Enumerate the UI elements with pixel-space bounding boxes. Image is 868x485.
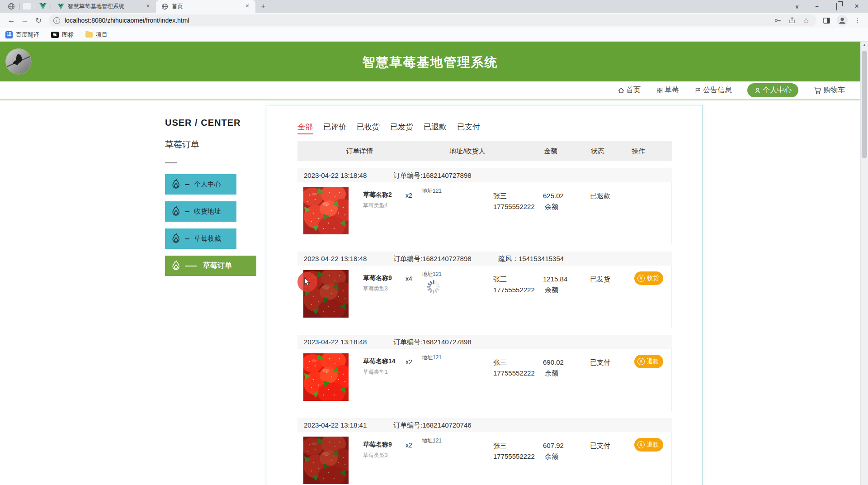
forward-button[interactable]: → <box>18 16 32 25</box>
reload-button[interactable]: ↻ <box>32 16 45 25</box>
pinned-tab-globe[interactable] <box>5 0 18 13</box>
recipient-phone: 17755552222 <box>493 369 535 377</box>
col-status: 状态 <box>591 141 604 161</box>
tab-separator <box>19 3 19 10</box>
key-icon[interactable] <box>774 17 781 24</box>
tab-separator <box>35 3 35 10</box>
order-body: 草莓名称14 草莓类型1 x2 地址121 张三 17755552222 690… <box>297 349 672 411</box>
dash-decor <box>185 211 189 212</box>
bookmark-star-icon[interactable]: ☆ <box>803 16 809 25</box>
tab-title: 首页 <box>172 3 240 10</box>
order-amount: 690.02 <box>543 358 564 366</box>
dash-decor <box>185 238 189 239</box>
filter-tab-refunded[interactable]: 已退款 <box>424 122 447 134</box>
sidebar-item-user-center[interactable]: 个人中心 <box>165 174 236 195</box>
home-icon <box>618 87 625 94</box>
order-number: 订单编号:1682140727898 <box>393 168 472 182</box>
order-row-2: 2023-04-22 13:18:48 订单编号:1682140727898 疏… <box>297 252 672 328</box>
product-image[interactable] <box>303 353 349 401</box>
order-row-1: 2023-04-22 13:18:48 订单编号:1682140727898 草… <box>297 168 672 244</box>
browser-tab[interactable]: 智慧草莓基地管理系统 × <box>52 0 156 13</box>
nav-label: 草莓 <box>665 86 679 95</box>
order-datetime: 2023-04-22 13:18:48 <box>304 168 367 182</box>
pinned-tab-vue[interactable] <box>36 0 50 13</box>
product-name: 草莓名称9 <box>363 441 392 449</box>
page-scrollbar[interactable]: ▲ <box>860 42 868 485</box>
sidebar-item-address[interactable]: 收货地址 <box>165 201 236 222</box>
order-address: 地址121 <box>422 187 442 195</box>
refund-button[interactable]: ¥ 退款 <box>634 355 663 368</box>
nav-item-announcements[interactable]: 公告信息 <box>694 86 732 95</box>
order-quantity: x4 <box>406 275 412 282</box>
restore-button[interactable] <box>830 3 844 10</box>
receive-button[interactable]: ¥ 收货 <box>634 271 663 285</box>
flame-icon <box>170 233 181 245</box>
grid-icon <box>656 87 663 94</box>
refund-button[interactable]: ¥ 退款 <box>634 438 663 452</box>
filter-tab-received[interactable]: 已收货 <box>357 122 380 134</box>
bookmark-baidu-translate[interactable]: 译 百度翻译 <box>5 31 39 39</box>
filter-tab-shipped[interactable]: 已发货 <box>390 122 413 134</box>
order-number: 订单编号:1682140727898 <box>393 252 472 266</box>
order-row-3: 2023-04-22 13:18:48 订单编号:1682140727898 草… <box>297 335 672 411</box>
sidebar-item-orders[interactable]: 草莓订单 <box>165 256 256 276</box>
scrollbar-thumb[interactable] <box>862 51 867 158</box>
sidebar-item-favorites[interactable]: 草莓收藏 <box>165 228 236 249</box>
cart-icon <box>814 87 822 94</box>
tab-close-icon[interactable]: × <box>244 3 251 10</box>
menu-dots-icon[interactable]: ⋮ <box>854 16 861 24</box>
nav-item-strawberry[interactable]: 草莓 <box>656 86 679 95</box>
back-button[interactable]: ← <box>5 16 18 25</box>
orders-table: 订单详情 地址/收货人 金额 状态 操作 2023-04-22 13:18:48… <box>297 141 672 485</box>
order-status: 已退款 <box>590 192 610 200</box>
nav-item-user-center[interactable]: 个人中心 <box>747 83 798 97</box>
webpage: 智慧草莓基地管理系统 首页 草莓 公告信息 个人中心 购物车 USER / CE… <box>0 42 868 485</box>
filter-tab-reviewed[interactable]: 已评价 <box>323 122 346 134</box>
order-quantity: x2 <box>406 192 412 199</box>
page-info-icon[interactable]: i <box>53 17 60 24</box>
order-address: 地址121 <box>422 354 442 361</box>
filter-tab-all[interactable]: 全部 <box>297 122 313 134</box>
order-status: 已发货 <box>590 275 610 284</box>
browser-tab-active[interactable]: 首页 × <box>156 0 255 13</box>
order-head: 2023-04-22 13:18:41 订单编号:1682140720746 <box>297 418 672 432</box>
scroll-up-arrow-icon[interactable]: ▲ <box>861 43 868 47</box>
profile-avatar[interactable] <box>837 15 848 26</box>
product-category: 草莓类型4 <box>363 202 392 209</box>
pinned-tabs <box>0 0 52 13</box>
nav-item-home[interactable]: 首页 <box>618 86 641 95</box>
tab-separator <box>51 3 51 10</box>
minimize-button[interactable]: − <box>810 3 824 10</box>
close-window-button[interactable]: × <box>850 2 863 10</box>
order-head: 2023-04-22 13:18:48 订单编号:1682140727898 疏… <box>297 252 672 266</box>
pay-type: 余额 <box>545 369 558 378</box>
tab-search-chevron-icon[interactable]: ∨ <box>790 3 804 10</box>
product-category: 草莓类型3 <box>363 285 392 293</box>
bookmarks-bar: 译 百度翻译 图标 项目 <box>0 28 868 42</box>
side-panel-icon[interactable] <box>823 17 830 24</box>
new-tab-button[interactable]: + <box>257 0 269 12</box>
bookmark-project[interactable]: 项目 <box>85 31 108 39</box>
pinned-tab-blank[interactable] <box>20 0 34 13</box>
blank-tab-icon <box>23 3 31 10</box>
nav-label: 首页 <box>626 86 641 95</box>
url-text[interactable]: localhost:8080/zhihuicaomei/front/index.… <box>65 17 774 24</box>
filter-tab-paid[interactable]: 已支付 <box>457 122 480 134</box>
tab-close-icon[interactable]: × <box>144 3 151 10</box>
address-bar[interactable]: i localhost:8080/zhihuicaomei/front/inde… <box>49 14 816 26</box>
product-name: 草莓名称9 <box>363 274 392 282</box>
yuan-icon: ¥ <box>637 275 645 282</box>
product-name-block: 草莓名称9 草莓类型3 <box>363 274 392 293</box>
bookmark-icons[interactable]: 图标 <box>51 31 74 39</box>
product-name-block: 草莓名称2 草莓类型4 <box>363 191 392 209</box>
product-image[interactable] <box>303 187 349 234</box>
order-tracking: 疏风：154153415354 <box>498 252 564 266</box>
nav-item-cart[interactable]: 购物车 <box>814 86 845 95</box>
flag-icon <box>694 87 702 94</box>
product-image[interactable] <box>303 437 349 484</box>
order-row-4: 2023-04-22 13:18:41 订单编号:1682140720746 草… <box>297 418 672 485</box>
order-datetime: 2023-04-22 13:18:41 <box>304 418 367 432</box>
tab-strip: 智慧草莓基地管理系统 × 首页 × + ∨ − × <box>0 0 868 13</box>
share-icon[interactable] <box>788 17 796 24</box>
image-flag-icon <box>51 32 59 38</box>
